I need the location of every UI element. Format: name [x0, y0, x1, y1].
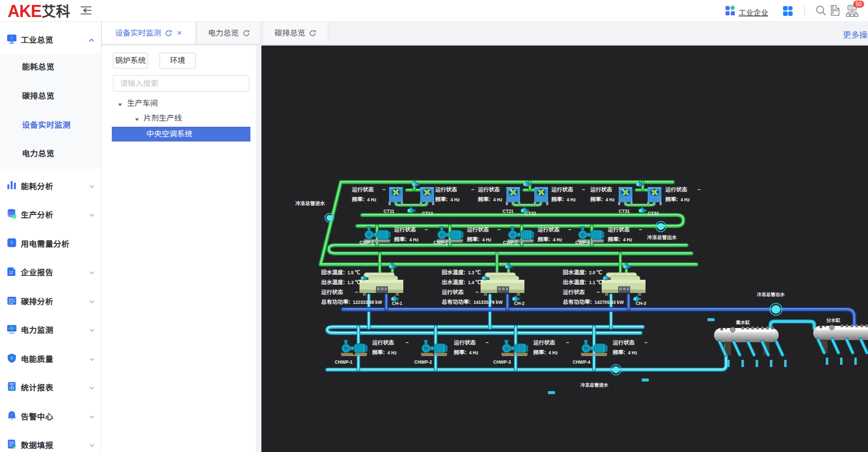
svg-text:总有功功率: 122333.68 kW: 总有功功率: 122333.68 kW: [321, 299, 382, 305]
svg-text:运行状态: 运行状态: [665, 187, 687, 193]
svg-text:出水温度: 1.3 ℃: 出水温度: 1.3 ℃: [321, 279, 361, 285]
svg-text:运行状态: 运行状态: [435, 187, 457, 193]
svg-text:–: –: [355, 289, 358, 295]
svg-text:–: –: [566, 340, 569, 346]
svg-text:频率: 4 Hz: 频率: 4 Hz: [372, 349, 397, 355]
svg-text:频率: 4 Hz: 频率: 4 Hz: [352, 196, 376, 202]
svg-text:运行状态: 运行状态: [608, 227, 630, 233]
svg-text:CH-1: CH-1: [392, 301, 403, 306]
svg-text:运行状态: 运行状态: [372, 340, 394, 346]
svg-text:运行状态: 运行状态: [533, 340, 555, 346]
svg-text:运行状态: 运行状态: [563, 289, 585, 295]
svg-text:回水温度: 2.0 ℃: 回水温度: 2.0 ℃: [563, 269, 602, 275]
svg-text:冷冻总管出水: 冷冻总管出水: [647, 235, 677, 240]
svg-text:–: –: [568, 227, 572, 233]
svg-text:频率: 4 Hz: 频率: 4 Hz: [590, 196, 615, 202]
svg-text:–: –: [621, 187, 624, 193]
svg-text:回水温度: 1.5 ℃: 回水温度: 1.5 ℃: [321, 269, 361, 275]
svg-text:频率: 4 Hz: 频率: 4 Hz: [533, 349, 558, 355]
svg-text:频率: 4 Hz: 频率: 4 Hz: [394, 236, 419, 242]
svg-text:–: –: [476, 289, 479, 295]
svg-text:出水温度: 1.1 ℃: 出水温度: 1.1 ℃: [563, 279, 602, 285]
svg-text:运行状态: 运行状态: [394, 227, 416, 233]
svg-text:–: –: [639, 227, 642, 233]
svg-text:CT22: CT22: [525, 211, 536, 216]
svg-text:–: –: [425, 227, 428, 233]
svg-text:运行状态: 运行状态: [538, 227, 559, 233]
svg-text:总有功功率: 142705.63 kW: 总有功功率: 142705.63 kW: [563, 299, 624, 305]
svg-text:CHWP-4: CHWP-4: [573, 360, 591, 365]
svg-text:–: –: [597, 289, 600, 295]
svg-text:CH-3: CH-3: [636, 301, 647, 306]
svg-text:–: –: [471, 187, 475, 193]
svg-text:CWP-4: CWP-4: [575, 240, 590, 245]
svg-text:CT11: CT11: [384, 209, 395, 214]
svg-text:运行状态: 运行状态: [590, 187, 612, 193]
svg-text:频率: 4 Hz: 频率: 4 Hz: [613, 349, 637, 355]
svg-text:CHWP-3: CHWP-3: [493, 360, 511, 365]
svg-text:冷冻总管进水: 冷冻总管进水: [580, 382, 609, 388]
svg-text:–: –: [698, 187, 701, 193]
svg-text:出水温度: 1.4 ℃: 出水温度: 1.4 ℃: [442, 279, 481, 285]
svg-text:CT31: CT31: [619, 209, 630, 214]
svg-text:–: –: [406, 340, 409, 346]
svg-text:CT12: CT12: [422, 211, 433, 216]
svg-text:CHWP-2: CHWP-2: [414, 360, 432, 365]
svg-text:CWP-2: CWP-2: [433, 240, 448, 245]
svg-text:冷冻总管进水: 冷冻总管进水: [295, 201, 326, 206]
svg-text:分水缸: 分水缸: [826, 318, 841, 323]
svg-text:回水温度: 1.3 ℃: 回水温度: 1.3 ℃: [442, 269, 481, 275]
svg-text:频率: 4 Hz: 频率: 4 Hz: [551, 196, 576, 202]
svg-text:运行状态: 运行状态: [352, 187, 374, 193]
svg-text:频率: 4 Hz: 频率: 4 Hz: [665, 196, 690, 202]
svg-text:频率: 4 Hz: 频率: 4 Hz: [538, 236, 562, 242]
svg-text:–: –: [498, 227, 501, 233]
svg-text:CT21: CT21: [502, 209, 513, 214]
svg-text:运行状态: 运行状态: [321, 289, 343, 295]
svg-text:–: –: [509, 187, 512, 193]
svg-text:频率: 4 Hz: 频率: 4 Hz: [478, 196, 502, 202]
svg-text:集水缸: 集水缸: [735, 320, 750, 325]
svg-text:运行状态: 运行状态: [613, 340, 635, 346]
svg-text:CHWP-1: CHWP-1: [335, 360, 353, 365]
svg-text:运行状态: 运行状态: [454, 340, 476, 346]
svg-text:–: –: [486, 340, 489, 346]
svg-text:–: –: [382, 187, 386, 193]
svg-text:频率: 4 Hz: 频率: 4 Hz: [435, 196, 460, 202]
svg-text:CWP-1: CWP-1: [359, 240, 374, 245]
svg-text:–: –: [582, 187, 585, 193]
svg-text:频率: 4 Hz: 频率: 4 Hz: [467, 236, 492, 242]
svg-text:运行状态: 运行状态: [442, 289, 464, 295]
svg-text:运行状态: 运行状态: [478, 187, 500, 193]
svg-text:CT32: CT32: [648, 211, 659, 216]
svg-text:–: –: [644, 340, 648, 346]
svg-text:运行状态: 运行状态: [551, 187, 573, 193]
svg-text:冷冻总管出水: 冷冻总管出水: [757, 292, 785, 297]
svg-text:运行状态: 运行状态: [467, 227, 489, 233]
svg-text:CH-2: CH-2: [514, 301, 525, 306]
svg-text:频率: 4 Hz: 频率: 4 Hz: [454, 349, 478, 355]
svg-text:总有功功率: 141335.79 kW: 总有功功率: 141335.79 kW: [442, 299, 502, 305]
svg-text:CWP-3: CWP-3: [503, 240, 518, 245]
svg-text:频率: 4 Hz: 频率: 4 Hz: [608, 236, 632, 242]
